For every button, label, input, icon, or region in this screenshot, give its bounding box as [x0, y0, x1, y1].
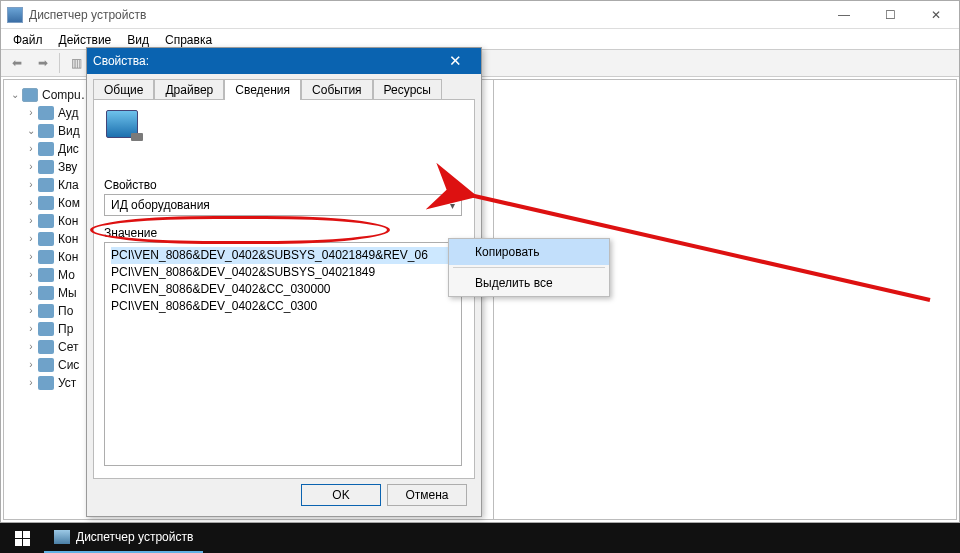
taskbar-app-device-manager[interactable]: Диспетчер устройств: [44, 523, 203, 553]
chevron-right-icon[interactable]: ›: [24, 266, 38, 284]
start-button[interactable]: [0, 523, 44, 553]
cancel-button[interactable]: Отмена: [387, 484, 467, 506]
forward-button[interactable]: ➡: [31, 52, 55, 74]
ok-button[interactable]: OK: [301, 484, 381, 506]
tab-resources[interactable]: Ресурсы: [373, 79, 442, 100]
taskbar-app-icon: [54, 530, 70, 544]
tree-node-icon: [38, 286, 54, 300]
dialog-title-text: Свойства:: [93, 54, 149, 68]
dialog-close-button[interactable]: ✕: [435, 48, 475, 74]
tree-node-label: Кон: [58, 248, 78, 266]
tab-driver[interactable]: Драйвер: [154, 79, 224, 100]
close-button[interactable]: ✕: [913, 1, 959, 29]
menu-file[interactable]: Файл: [7, 31, 49, 47]
tree-node-label: Сис: [58, 356, 79, 374]
back-button[interactable]: ⬅: [5, 52, 29, 74]
chevron-right-icon[interactable]: ›: [24, 140, 38, 158]
main-title: Диспетчер устройств: [29, 8, 146, 22]
context-menu: Копировать Выделить все: [448, 238, 610, 297]
tree-node-label: Кон: [58, 212, 78, 230]
dialog-tabs: Общие Драйвер Сведения События Ресурсы: [87, 74, 481, 99]
chevron-right-icon[interactable]: ›: [24, 194, 38, 212]
hardware-id-line[interactable]: PCI\VEN_8086&DEV_0402&SUBSYS_04021849: [111, 264, 455, 281]
tree-node-label: Вид: [58, 122, 80, 140]
tree-node-label: Ком: [58, 194, 80, 212]
hardware-ids-listbox[interactable]: PCI\VEN_8086&DEV_0402&SUBSYS_04021849&RE…: [104, 242, 462, 466]
window-buttons: — ☐ ✕: [821, 1, 959, 29]
hardware-id-line[interactable]: PCI\VEN_8086&DEV_0402&CC_0300: [111, 298, 455, 315]
tree-node-icon: [38, 106, 54, 120]
tree-node-label: Пр: [58, 320, 73, 338]
chevron-right-icon[interactable]: ›: [24, 338, 38, 356]
annotation-ellipse: [90, 216, 390, 244]
tree-node-icon: [38, 196, 54, 210]
menu-help[interactable]: Справка: [159, 31, 218, 47]
main-titlebar[interactable]: Диспетчер устройств — ☐ ✕: [1, 1, 959, 29]
windows-logo-icon: [15, 531, 30, 546]
tree-node-icon: [38, 268, 54, 282]
chevron-right-icon[interactable]: ›: [24, 158, 38, 176]
property-combobox[interactable]: ИД оборудования ▾: [104, 194, 462, 216]
tree-node-icon: [38, 214, 54, 228]
taskbar: Диспетчер устройств: [0, 523, 960, 553]
tab-details[interactable]: Сведения: [224, 79, 301, 100]
tree-node-label: Мы: [58, 284, 77, 302]
tree-node-label: Уст: [58, 374, 76, 392]
property-value: ИД оборудования: [111, 198, 210, 212]
chevron-right-icon[interactable]: ›: [24, 104, 38, 122]
menu-action[interactable]: Действие: [53, 31, 118, 47]
ctx-copy[interactable]: Копировать: [449, 239, 609, 265]
menu-view[interactable]: Вид: [121, 31, 155, 47]
device-manager-icon: [7, 7, 23, 23]
tree-node-label: По: [58, 302, 73, 320]
properties-dialog: Свойства: ✕ Общие Драйвер Сведения Событ…: [86, 47, 482, 517]
chevron-right-icon[interactable]: ›: [24, 176, 38, 194]
minimize-button[interactable]: —: [821, 1, 867, 29]
tree-node-icon: [38, 124, 54, 138]
tree-node-icon: [38, 232, 54, 246]
tree-node-icon: [38, 304, 54, 318]
tab-general[interactable]: Общие: [93, 79, 154, 100]
chevron-down-icon[interactable]: ⌄: [24, 122, 38, 140]
tree-node-icon: [38, 376, 54, 390]
tree-node-icon: [38, 160, 54, 174]
tree-node-label: Кон: [58, 230, 78, 248]
hardware-id-line[interactable]: PCI\VEN_8086&DEV_0402&SUBSYS_04021849&RE…: [111, 247, 455, 264]
maximize-button[interactable]: ☐: [867, 1, 913, 29]
tree-node-label: Мо: [58, 266, 75, 284]
tree-node-icon: [22, 88, 38, 102]
chevron-right-icon[interactable]: ›: [24, 230, 38, 248]
menubar: Файл Действие Вид Справка: [1, 29, 959, 49]
tree-node-icon: [38, 322, 54, 336]
tab-events[interactable]: События: [301, 79, 373, 100]
tree-node-label: Зву: [58, 158, 77, 176]
chevron-right-icon[interactable]: ›: [24, 374, 38, 392]
tree-node-icon: [38, 142, 54, 156]
chevron-right-icon[interactable]: ›: [24, 320, 38, 338]
chevron-right-icon[interactable]: ›: [24, 248, 38, 266]
tree-node-icon: [38, 178, 54, 192]
chevron-down-icon[interactable]: ⌄: [8, 86, 22, 104]
taskbar-app-label: Диспетчер устройств: [76, 530, 193, 544]
dropdown-icon: ▾: [450, 200, 455, 211]
tree-node-icon: [38, 250, 54, 264]
ctx-separator: [453, 267, 605, 268]
tab-body: Свойство ИД оборудования ▾ Значение PCI\…: [93, 99, 475, 479]
tree-node-label: Сет: [58, 338, 78, 356]
chevron-right-icon[interactable]: ›: [24, 302, 38, 320]
tree-node-label: Кла: [58, 176, 79, 194]
tree-node-icon: [38, 358, 54, 372]
display-adapter-icon: [106, 110, 138, 138]
tree-node-icon: [38, 340, 54, 354]
tree-node-label: Ауд: [58, 104, 78, 122]
tree-node-label: Дис: [58, 140, 79, 158]
hardware-id-line[interactable]: PCI\VEN_8086&DEV_0402&CC_030000: [111, 281, 455, 298]
chevron-right-icon[interactable]: ›: [24, 356, 38, 374]
chevron-right-icon[interactable]: ›: [24, 212, 38, 230]
ctx-select-all[interactable]: Выделить все: [449, 270, 609, 296]
chevron-right-icon[interactable]: ›: [24, 284, 38, 302]
property-label: Свойство: [104, 178, 157, 192]
dialog-button-row: OK Отмена: [87, 484, 481, 506]
dialog-titlebar[interactable]: Свойства: ✕: [87, 48, 481, 74]
scan-button[interactable]: ▥: [64, 52, 88, 74]
